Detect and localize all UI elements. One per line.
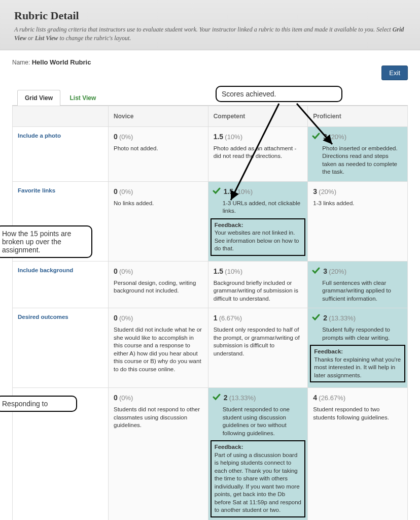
cell-novice[interactable]: 0 (0%) No links added.: [109, 182, 208, 262]
cell-competent[interactable]: 2 (13.33%) Student responded to one stud…: [208, 388, 308, 520]
cell-proficient[interactable]: 2 (13.33%) Student fully responded to pr…: [308, 308, 408, 388]
checkmark-icon: [213, 187, 221, 195]
criteria-label: Include background: [12, 262, 109, 308]
cell-novice[interactable]: 0 (0%) Student did not include what he o…: [109, 308, 208, 388]
cell-novice[interactable]: 0 (0%) Photo not added.: [109, 127, 208, 182]
checkmark-icon: [312, 313, 320, 321]
col-novice: Novice: [109, 106, 208, 127]
page-title: Rubric Detail: [14, 9, 406, 22]
view-tabs: Grid View List View: [12, 89, 408, 106]
cell-proficient[interactable]: 4 (26.67%) Student responded to two stud…: [308, 388, 408, 520]
tab-grid-view[interactable]: Grid View: [17, 90, 60, 106]
rubric-name-row: Name: Hello World Rubric: [12, 58, 408, 66]
col-criteria: [12, 106, 109, 127]
cell-proficient[interactable]: 3 (20%) Full sentences with clear gramma…: [308, 262, 408, 308]
criteria-label: Desired outcomes: [12, 308, 109, 388]
cell-competent[interactable]: 1.5 (10%) 1-3 URLs added, not clickable …: [208, 182, 308, 262]
content: Name: Hello World Rubric Exit Grid View …: [0, 50, 420, 520]
tab-list-view[interactable]: List View: [62, 90, 103, 106]
feedback-box: Feedback: Your websites are not linked i…: [211, 218, 306, 256]
name-label: Name:: [12, 59, 32, 66]
table-row: Desired outcomes 0 (0%) Student did not …: [12, 308, 408, 388]
page-header: Rubric Detail A rubric lists grading cri…: [0, 0, 420, 50]
annotation-points-breakdown: How the 15 points are broken up over the…: [0, 225, 92, 258]
checkmark-icon: [312, 267, 320, 275]
cell-competent[interactable]: 1.5 (10%) Background briefly included or…: [208, 262, 308, 308]
exit-button[interactable]: Exit: [381, 66, 408, 80]
annotation-responding: Responding to: [0, 396, 77, 412]
page-description: A rubric lists grading criteria that ins…: [14, 25, 406, 43]
feedback-box: Feedback: Thanks for explaining what you…: [310, 345, 405, 382]
annotation-scores: Scores achieved.: [216, 86, 342, 102]
checkmark-icon: [213, 393, 221, 401]
cell-proficient[interactable]: 3 (20%) Photo inserted or embedded. Dire…: [308, 127, 408, 182]
col-competent: Competent: [208, 106, 308, 127]
table-row: Include background 0 (0%) Personal desig…: [12, 262, 408, 308]
table-row: Include a photo 0 (0%) Photo not added. …: [12, 127, 408, 182]
feedback-box: Feedback: Part of using a discussion boa…: [211, 440, 306, 517]
criteria-label: Include a photo: [12, 127, 109, 182]
cell-competent[interactable]: 1.5 (10%) Photo added as an attachment -…: [208, 127, 308, 182]
rubric-name: Hello World Rubric: [32, 58, 91, 66]
cell-novice[interactable]: 0 (0%) Personal design, coding, writing …: [109, 262, 208, 308]
cell-novice[interactable]: 0 (0%) Students did not respond to other…: [109, 388, 208, 520]
cell-competent[interactable]: 1 (6.67%) Student only responded to half…: [208, 308, 308, 388]
rubric-table: Novice Competent Proficient Include a ph…: [12, 106, 408, 520]
cell-proficient[interactable]: 3 (20%) 1-3 links added.: [308, 182, 408, 262]
checkmark-icon: [312, 132, 320, 140]
col-proficient: Proficient: [308, 106, 408, 127]
